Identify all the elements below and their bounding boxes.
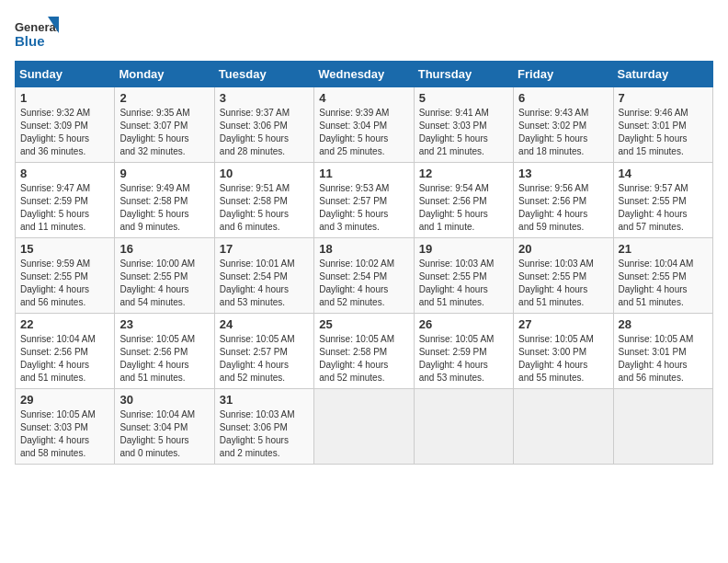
table-row: 1Sunrise: 9:32 AMSunset: 3:09 PMDaylight… bbox=[16, 87, 115, 163]
col-header-wednesday: Wednesday bbox=[314, 62, 414, 87]
day-number: 22 bbox=[20, 317, 109, 331]
day-number: 13 bbox=[518, 167, 608, 180]
table-row: 21Sunrise: 10:04 AMSunset: 2:55 PMDaylig… bbox=[613, 238, 712, 314]
table-row bbox=[414, 389, 513, 465]
table-row: 23Sunrise: 10:05 AMSunset: 2:56 PMDaylig… bbox=[115, 314, 214, 389]
day-info: Sunrise: 10:05 AMSunset: 2:59 PMDaylight… bbox=[419, 333, 508, 385]
table-row: 2Sunrise: 9:35 AMSunset: 3:07 PMDaylight… bbox=[115, 87, 214, 163]
page-header: General Blue bbox=[15, 15, 713, 53]
col-header-tuesday: Tuesday bbox=[214, 62, 313, 87]
day-info: Sunrise: 10:05 AMSunset: 2:57 PMDaylight… bbox=[220, 333, 309, 385]
day-number: 23 bbox=[119, 317, 209, 331]
day-info: Sunrise: 9:37 AMSunset: 3:06 PMDaylight:… bbox=[220, 107, 309, 158]
day-number: 9 bbox=[119, 167, 209, 180]
day-info: Sunrise: 9:51 AMSunset: 2:58 PMDaylight:… bbox=[220, 182, 309, 234]
day-info: Sunrise: 10:03 AMSunset: 2:55 PMDaylight… bbox=[518, 258, 608, 309]
table-row: 13Sunrise: 9:56 AMSunset: 2:56 PMDayligh… bbox=[514, 163, 613, 238]
day-number: 26 bbox=[419, 317, 508, 331]
day-info: Sunrise: 10:05 AMSunset: 3:01 PMDaylight… bbox=[619, 333, 708, 385]
day-info: Sunrise: 9:47 AMSunset: 2:59 PMDaylight:… bbox=[20, 182, 109, 234]
table-row: 12Sunrise: 9:54 AMSunset: 2:56 PMDayligh… bbox=[414, 163, 513, 238]
day-number: 7 bbox=[619, 91, 708, 105]
day-number: 5 bbox=[419, 91, 508, 105]
table-row: 4Sunrise: 9:39 AMSunset: 3:04 PMDaylight… bbox=[314, 87, 414, 163]
day-number: 14 bbox=[619, 167, 708, 180]
table-row: 31Sunrise: 10:03 AMSunset: 3:06 PMDaylig… bbox=[214, 389, 313, 465]
col-header-thursday: Thursday bbox=[414, 62, 513, 87]
table-row: 9Sunrise: 9:49 AMSunset: 2:58 PMDaylight… bbox=[115, 163, 214, 238]
day-number: 11 bbox=[319, 167, 408, 180]
day-number: 24 bbox=[220, 317, 309, 331]
table-row: 26Sunrise: 10:05 AMSunset: 2:59 PMDaylig… bbox=[414, 314, 513, 389]
day-info: Sunrise: 9:54 AMSunset: 2:56 PMDaylight:… bbox=[419, 182, 508, 234]
day-number: 15 bbox=[20, 242, 109, 256]
table-row: 6Sunrise: 9:43 AMSunset: 3:02 PMDaylight… bbox=[514, 87, 613, 163]
day-info: Sunrise: 10:01 AMSunset: 2:54 PMDaylight… bbox=[220, 258, 309, 309]
logo-svg: General Blue bbox=[15, 15, 61, 53]
day-number: 10 bbox=[220, 167, 309, 180]
day-number: 17 bbox=[220, 242, 309, 256]
table-row bbox=[314, 389, 414, 465]
day-info: Sunrise: 10:05 AMSunset: 3:00 PMDaylight… bbox=[518, 333, 608, 385]
day-number: 19 bbox=[419, 242, 508, 256]
table-row bbox=[613, 389, 712, 465]
day-number: 25 bbox=[319, 317, 408, 331]
day-number: 21 bbox=[619, 242, 708, 256]
day-number: 6 bbox=[518, 91, 608, 105]
day-info: Sunrise: 9:49 AMSunset: 2:58 PMDaylight:… bbox=[119, 182, 209, 234]
day-number: 31 bbox=[220, 393, 309, 407]
table-row bbox=[514, 389, 613, 465]
day-info: Sunrise: 9:41 AMSunset: 3:03 PMDaylight:… bbox=[419, 107, 508, 158]
col-header-sunday: Sunday bbox=[16, 62, 115, 87]
day-info: Sunrise: 9:32 AMSunset: 3:09 PMDaylight:… bbox=[20, 107, 109, 158]
col-header-monday: Monday bbox=[115, 62, 214, 87]
day-info: Sunrise: 9:53 AMSunset: 2:57 PMDaylight:… bbox=[319, 182, 408, 234]
day-info: Sunrise: 9:56 AMSunset: 2:56 PMDaylight:… bbox=[518, 182, 608, 234]
table-row: 18Sunrise: 10:02 AMSunset: 2:54 PMDaylig… bbox=[314, 238, 414, 314]
table-row: 17Sunrise: 10:01 AMSunset: 2:54 PMDaylig… bbox=[214, 238, 313, 314]
day-info: Sunrise: 9:35 AMSunset: 3:07 PMDaylight:… bbox=[119, 107, 209, 158]
table-row: 24Sunrise: 10:05 AMSunset: 2:57 PMDaylig… bbox=[214, 314, 313, 389]
day-number: 30 bbox=[119, 393, 209, 407]
day-number: 2 bbox=[119, 91, 209, 105]
day-number: 12 bbox=[419, 167, 508, 180]
day-info: Sunrise: 9:43 AMSunset: 3:02 PMDaylight:… bbox=[518, 107, 608, 158]
day-number: 29 bbox=[20, 393, 109, 407]
table-row: 20Sunrise: 10:03 AMSunset: 2:55 PMDaylig… bbox=[514, 238, 613, 314]
table-row: 29Sunrise: 10:05 AMSunset: 3:03 PMDaylig… bbox=[16, 389, 115, 465]
day-info: Sunrise: 9:57 AMSunset: 2:55 PMDaylight:… bbox=[619, 182, 708, 234]
day-number: 3 bbox=[220, 91, 309, 105]
col-header-friday: Friday bbox=[514, 62, 613, 87]
table-row: 8Sunrise: 9:47 AMSunset: 2:59 PMDaylight… bbox=[16, 163, 115, 238]
day-info: Sunrise: 10:05 AMSunset: 2:58 PMDaylight… bbox=[319, 333, 408, 385]
table-row: 30Sunrise: 10:04 AMSunset: 3:04 PMDaylig… bbox=[115, 389, 214, 465]
day-info: Sunrise: 10:00 AMSunset: 2:55 PMDaylight… bbox=[119, 258, 209, 309]
day-number: 27 bbox=[518, 317, 608, 331]
day-number: 16 bbox=[119, 242, 209, 256]
table-row: 25Sunrise: 10:05 AMSunset: 2:58 PMDaylig… bbox=[314, 314, 414, 389]
table-row: 11Sunrise: 9:53 AMSunset: 2:57 PMDayligh… bbox=[314, 163, 414, 238]
day-number: 4 bbox=[319, 91, 408, 105]
table-row: 28Sunrise: 10:05 AMSunset: 3:01 PMDaylig… bbox=[613, 314, 712, 389]
day-info: Sunrise: 10:04 AMSunset: 2:55 PMDaylight… bbox=[619, 258, 708, 309]
day-info: Sunrise: 9:46 AMSunset: 3:01 PMDaylight:… bbox=[619, 107, 708, 158]
day-number: 1 bbox=[20, 91, 109, 105]
day-number: 28 bbox=[619, 317, 708, 331]
table-row: 14Sunrise: 9:57 AMSunset: 2:55 PMDayligh… bbox=[613, 163, 712, 238]
day-info: Sunrise: 10:03 AMSunset: 3:06 PMDaylight… bbox=[220, 408, 309, 460]
day-number: 18 bbox=[319, 242, 408, 256]
day-number: 8 bbox=[20, 167, 109, 180]
day-number: 20 bbox=[518, 242, 608, 256]
day-info: Sunrise: 10:03 AMSunset: 2:55 PMDaylight… bbox=[419, 258, 508, 309]
day-info: Sunrise: 10:04 AMSunset: 3:04 PMDaylight… bbox=[119, 408, 209, 460]
table-row: 16Sunrise: 10:00 AMSunset: 2:55 PMDaylig… bbox=[115, 238, 214, 314]
table-row: 15Sunrise: 9:59 AMSunset: 2:55 PMDayligh… bbox=[16, 238, 115, 314]
table-row: 10Sunrise: 9:51 AMSunset: 2:58 PMDayligh… bbox=[214, 163, 313, 238]
table-row: 3Sunrise: 9:37 AMSunset: 3:06 PMDaylight… bbox=[214, 87, 313, 163]
day-info: Sunrise: 10:05 AMSunset: 3:03 PMDaylight… bbox=[20, 408, 109, 460]
table-row: 19Sunrise: 10:03 AMSunset: 2:55 PMDaylig… bbox=[414, 238, 513, 314]
table-row: 22Sunrise: 10:04 AMSunset: 2:56 PMDaylig… bbox=[16, 314, 115, 389]
day-info: Sunrise: 9:39 AMSunset: 3:04 PMDaylight:… bbox=[319, 107, 408, 158]
table-row: 7Sunrise: 9:46 AMSunset: 3:01 PMDaylight… bbox=[613, 87, 712, 163]
logo: General Blue bbox=[15, 15, 61, 53]
